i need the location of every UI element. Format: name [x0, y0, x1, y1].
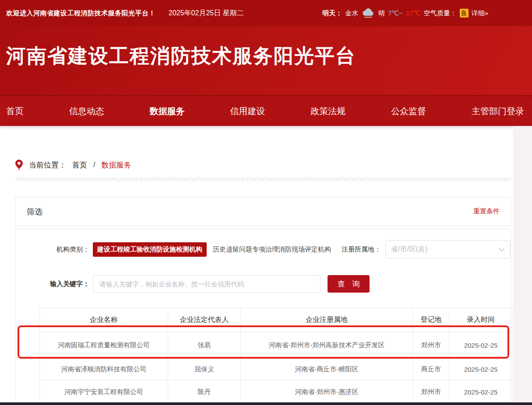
cell-registration-city: 郑州市: [413, 381, 450, 404]
temp-low: 7℃~: [388, 9, 403, 17]
filter-panel-header: 筛选 重置条件: [15, 197, 511, 226]
weather-condition: 晴: [378, 9, 385, 17]
cell-company-name: 河南固瑞工程质量检测有限公司: [40, 332, 168, 359]
weather-detail-link[interactable]: 详细»: [472, 9, 488, 17]
header-registration-city: 登记地: [413, 308, 450, 332]
page-background-strip: [513, 126, 532, 405]
nav-item-authority-login[interactable]: 主管部门登录: [472, 105, 524, 117]
category-option-detection-agency[interactable]: 建设工程竣工验收消防设施检测机构: [93, 242, 207, 257]
filter-title: 筛选: [27, 206, 42, 217]
nav-item-policy[interactable]: 政策法规: [310, 105, 345, 117]
breadcrumb: 当前位置： 首页 / 数据服务: [15, 158, 532, 171]
site-title: 河南省建设工程消防技术服务阳光平台: [6, 43, 532, 69]
header-legal-representative: 企业法定代表人: [168, 308, 241, 332]
air-quality-label: 空气质量：: [424, 9, 457, 17]
nav-item-public-supervision[interactable]: 公众监督: [391, 105, 426, 117]
cell-registration-city: 商丘市: [413, 359, 450, 381]
cell-legal-representative: 张易: [168, 332, 241, 359]
chevron-down-icon: [499, 248, 505, 251]
breadcrumb-home-link[interactable]: 首页: [72, 160, 87, 170]
location-pin-icon: [15, 160, 23, 170]
header-company-name: 企业名称: [40, 308, 168, 332]
keyword-label: 输入关键字：: [27, 280, 89, 288]
category-option-assessment-agency[interactable]: 历史遗留问题专项治理消防现场评定机构: [210, 242, 335, 257]
region-select-placeholder: 省/市/区(县): [391, 245, 428, 254]
cloud-icon: [361, 7, 375, 19]
region-filter-group: 注册所属地： 省/市/区(县): [342, 240, 511, 258]
header-registered-location: 企业注册属地: [241, 308, 413, 332]
air-quality-badge: 良: [460, 9, 469, 17]
page: 欢迎进入河南省建设工程消防技术服务阳光平台！ 2025年02月25日 星期二 明…: [0, 0, 532, 405]
weather-tomorrow-label: 明天：: [322, 9, 342, 17]
keyword-filter-row: 输入关键字： 查 询: [27, 275, 511, 293]
table-header-row: 企业名称 企业法定代表人 企业注册属地 登记地 录入时间: [40, 308, 512, 332]
cell-legal-representative: 屈保义: [168, 359, 241, 381]
companies-table: 企业名称 企业法定代表人 企业注册属地 登记地 录入时间 河南固瑞工程质量检测有…: [39, 308, 512, 404]
table-row[interactable]: 河南宇宁安装工程有限公司 陈丹 河南省-郑州市-惠济区 郑州市 2025-02-…: [40, 381, 512, 404]
welcome-text: 欢迎进入河南省建设工程消防技术服务阳光平台！: [6, 9, 155, 17]
cell-entry-date: 2025-02-25: [450, 359, 512, 381]
site-banner: 河南省建设工程消防技术服务阳光平台: [0, 26, 532, 95]
breadcrumb-separator: /: [93, 161, 95, 169]
breadcrumb-current[interactable]: 数据服务: [102, 160, 131, 170]
nav-item-news[interactable]: 信息动态: [69, 105, 104, 117]
date-text: 2025年02月25日 星期二: [169, 9, 244, 18]
region-select[interactable]: 省/市/区(县): [385, 240, 511, 258]
breadcrumb-label: 当前位置：: [29, 160, 66, 170]
cell-registered-location: 河南省-郑州市-惠济区: [241, 381, 413, 404]
keyword-input[interactable]: [93, 275, 321, 293]
nav-item-home[interactable]: 首页: [6, 105, 24, 117]
cell-registered-location: 河南省-商丘市-睢阳区: [241, 359, 413, 381]
table-row[interactable]: 河南省泽顺消防科技有限公司 屈保义 河南省-商丘市-睢阳区 商丘市 2025-0…: [40, 359, 512, 381]
cell-company-name: 河南宇宁安装工程有限公司: [40, 381, 168, 404]
top-bar: 欢迎进入河南省建设工程消防技术服务阳光平台！ 2025年02月25日 星期二 明…: [0, 0, 532, 26]
cell-registered-location: 河南省-郑州市-郑州高新技术产业开发区: [241, 332, 413, 359]
category-label: 机构类别：: [27, 245, 89, 254]
weather-district: 金水: [345, 9, 358, 17]
decorative-slash-divider: [15, 177, 511, 181]
cell-entry-date: 2025-02-25: [450, 332, 512, 359]
weather-widget: 明天： 金水 晴 7℃~ 17℃ 空气质量： 良 详细»: [322, 7, 488, 19]
header-entry-date: 录入时间: [450, 308, 512, 332]
temp-high: 17℃: [406, 9, 421, 17]
nav-item-credit[interactable]: 信用建设: [230, 105, 265, 117]
filter-content-panel: 机构类别： 建设工程竣工验收消防设施检测机构 历史遗留问题专项治理消防现场评定机…: [15, 229, 511, 405]
cell-registration-city: 郑州市: [413, 332, 450, 359]
search-button[interactable]: 查 询: [328, 275, 370, 293]
category-filter-row: 机构类别： 建设工程竣工验收消防设施检测机构 历史遗留问题专项治理消防现场评定机…: [27, 240, 511, 258]
nav-item-data-service[interactable]: 数据服务: [150, 105, 185, 117]
reset-filters-link[interactable]: 重置条件: [473, 207, 500, 216]
cell-entry-date: 2025-02-25: [450, 381, 512, 404]
footer-bar: [0, 402, 532, 405]
table-row[interactable]: 河南固瑞工程质量检测有限公司 张易 河南省-郑州市-郑州高新技术产业开发区 郑州…: [40, 332, 512, 359]
main-nav: 首页 信息动态 数据服务 信用建设 政策法规 公众监督 主管部门登录: [0, 95, 532, 126]
cell-legal-representative: 陈丹: [168, 381, 241, 404]
cell-company-name: 河南省泽顺消防科技有限公司: [40, 359, 168, 381]
region-label: 注册所属地：: [342, 245, 381, 254]
